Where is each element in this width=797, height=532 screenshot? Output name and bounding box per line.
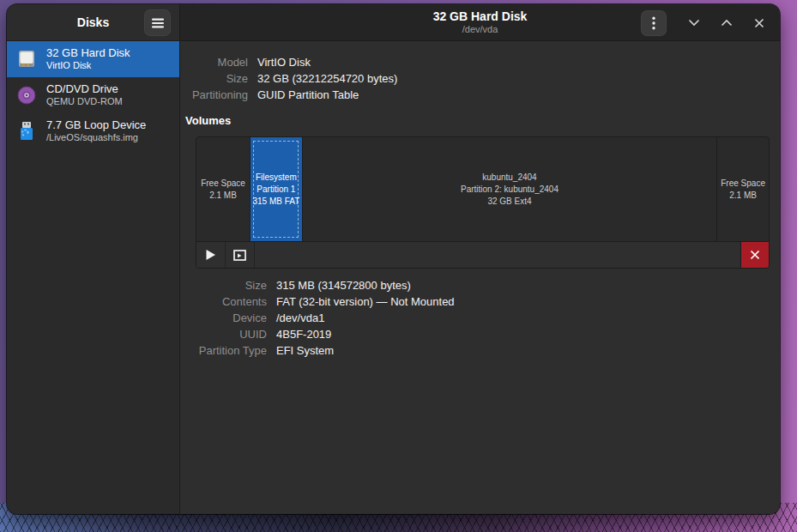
main-header: 32 GB Hard Disk /dev/vda bbox=[180, 4, 780, 41]
info-label: UUID bbox=[185, 326, 276, 342]
hamburger-icon bbox=[151, 17, 165, 29]
app-title: Disks bbox=[77, 15, 109, 29]
volume-segments: Free Space 2.1 MB Filesystem Partition 1… bbox=[196, 137, 769, 241]
volume-segment-free-space-right[interactable]: Free Space 2.1 MB bbox=[716, 137, 769, 241]
info-value: FAT (32-bit version) — Not Mounted bbox=[276, 293, 770, 310]
info-value: 315 MB (314572800 bytes) bbox=[276, 277, 770, 293]
volume-segment-free-space-left[interactable]: Free Space 2.1 MB bbox=[196, 137, 250, 241]
info-value: 32 GB (32212254720 bytes) bbox=[257, 70, 770, 87]
sidebar: Disks bbox=[7, 4, 180, 514]
play-icon bbox=[205, 249, 216, 261]
volume-segment-partition-2[interactable]: kubuntu_2404 Partition 2: kubuntu_2404 3… bbox=[302, 137, 717, 241]
volumes-box: Free Space 2.1 MB Filesystem Partition 1… bbox=[196, 136, 770, 269]
sidebar-item-loop-device[interactable]: 7.7 GB Loop Device /LiveOS/squashfs.img bbox=[7, 113, 179, 149]
app-menu-button[interactable] bbox=[144, 9, 171, 36]
chevron-down-icon bbox=[688, 19, 700, 27]
device-title: 32 GB Hard Disk bbox=[46, 46, 130, 60]
delete-partition-button[interactable] bbox=[740, 242, 769, 268]
maximize-button[interactable] bbox=[715, 11, 739, 35]
info-label: Model bbox=[185, 54, 257, 70]
chevron-up-icon bbox=[721, 19, 733, 27]
minimize-button[interactable] bbox=[682, 11, 706, 35]
info-label: Size bbox=[185, 277, 276, 293]
info-value: EFI System bbox=[276, 342, 770, 359]
sidebar-header: Disks bbox=[7, 4, 179, 41]
device-list: 32 GB Hard Disk VirtIO Disk CD/DVD Drive bbox=[7, 41, 179, 149]
device-title: 7.7 GB Loop Device bbox=[46, 118, 146, 132]
device-subtitle: QEMU DVD-ROM bbox=[46, 96, 123, 108]
x-icon bbox=[750, 250, 760, 260]
usb-loop-device-icon bbox=[15, 120, 38, 142]
boxed-play-icon bbox=[233, 250, 246, 261]
info-label: Size bbox=[185, 70, 257, 87]
sidebar-item-cd-dvd-drive[interactable]: CD/DVD Drive QEMU DVD-ROM bbox=[7, 77, 179, 113]
gnome-disks-window: Disks bbox=[7, 4, 780, 514]
info-value: /dev/vda1 bbox=[276, 310, 770, 326]
info-value: 4B5F-2019 bbox=[276, 326, 770, 342]
disk-details: Model VirtIO Disk Size 32 GB (3221225472… bbox=[180, 41, 780, 359]
device-title: CD/DVD Drive bbox=[46, 82, 123, 96]
mount-partition-button[interactable] bbox=[196, 242, 226, 268]
sidebar-item-hard-disk[interactable]: 32 GB Hard Disk VirtIO Disk bbox=[7, 41, 179, 77]
disk-title: 32 GB Hard Disk bbox=[433, 9, 528, 24]
device-subtitle: /LiveOS/squashfs.img bbox=[46, 132, 146, 144]
info-label: Partitioning bbox=[185, 87, 257, 103]
disk-device-path: /dev/vda bbox=[462, 24, 498, 35]
info-value: GUID Partition Table bbox=[257, 87, 770, 103]
volume-segment-partition-1-selected[interactable]: Filesystem Partition 1 315 MB FAT bbox=[250, 137, 302, 241]
main-pane: 32 GB Hard Disk /dev/vda bbox=[180, 4, 780, 514]
partition-options-button[interactable] bbox=[226, 242, 255, 268]
kebab-menu-icon bbox=[652, 16, 655, 30]
info-value: VirtIO Disk bbox=[257, 54, 770, 70]
info-label: Device bbox=[185, 310, 276, 326]
optical-disc-icon bbox=[15, 84, 38, 106]
partition-info-grid: Size 315 MB (314572800 bytes) Contents F… bbox=[185, 277, 770, 359]
close-icon bbox=[754, 18, 764, 28]
info-label: Partition Type bbox=[185, 342, 276, 359]
drive-options-menu-button[interactable] bbox=[641, 10, 667, 36]
disk-info-grid: Model VirtIO Disk Size 32 GB (3221225472… bbox=[185, 54, 770, 103]
close-button[interactable] bbox=[747, 11, 771, 35]
volumes-heading: Volumes bbox=[185, 114, 770, 127]
window-controls bbox=[641, 4, 771, 41]
device-subtitle: VirtIO Disk bbox=[46, 60, 130, 72]
info-label: Contents bbox=[185, 293, 276, 310]
volume-toolbar bbox=[196, 241, 769, 268]
hard-disk-icon bbox=[15, 48, 38, 70]
